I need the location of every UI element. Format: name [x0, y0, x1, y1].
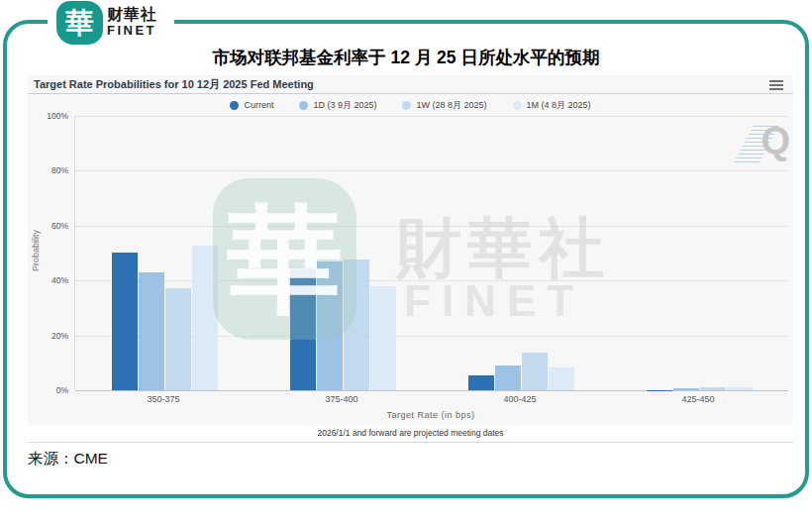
chart-footer: 2026/1/1 and forward are projected meeti… [28, 425, 793, 443]
bar-group-350-375 [75, 116, 254, 390]
y-axis-title: Probability [31, 216, 41, 285]
bar-1w-375-400 [344, 260, 369, 390]
bar-cluster [468, 116, 574, 390]
y-tick-label: 0% [29, 385, 68, 395]
bar-1d-400-425 [495, 365, 521, 390]
bar-1m-350-375 [192, 246, 218, 390]
legend-label: Current [244, 100, 273, 110]
bar-current-400-425 [468, 375, 494, 390]
legend-item-1w[interactable]: 1W (28 8月 2025) [402, 99, 486, 112]
bar-1m-375-400 [370, 286, 396, 390]
chart-menu-icon[interactable] [769, 80, 783, 91]
x-category-label-375-400: 375-400 [253, 394, 431, 404]
x-axis-title: Target Rate (in bps) [74, 410, 787, 420]
legend-label: 1W (28 8月 2025) [416, 99, 486, 112]
bar-current-350-375 [112, 253, 138, 390]
bar-cluster [112, 116, 218, 390]
brand-name-cn: 财華社 [107, 7, 157, 24]
finet-logo-glyph: 華 [65, 9, 94, 38]
legend-item-1m[interactable]: 1M (4 8月 2025) [513, 99, 591, 112]
legend-item-current[interactable]: Current [230, 100, 273, 110]
x-category-label-350-375: 350-375 [74, 394, 253, 404]
y-tick-label: 20% [29, 331, 68, 341]
bar-group-375-400 [254, 116, 432, 390]
bar-cluster [290, 116, 396, 390]
legend-dot [402, 101, 411, 110]
x-category-label-425-450: 425-450 [609, 394, 787, 404]
y-tick-label: 80% [29, 165, 68, 175]
legend-label: 1D (3 9月 2025) [313, 99, 376, 112]
bar-1w-400-425 [522, 353, 548, 390]
bar-1m-425-450 [727, 387, 753, 390]
bar-1m-400-425 [549, 367, 574, 390]
bar-current-375-400 [290, 269, 316, 390]
finet-logo: 華 [56, 1, 103, 45]
plot-area [74, 116, 788, 390]
brand-wordmark: 财華社 FINET [107, 7, 157, 37]
bar-1w-425-450 [700, 387, 726, 390]
bar-1d-425-450 [673, 388, 699, 390]
legend-dot [513, 101, 522, 110]
legend-label: 1M (4 8月 2025) [527, 99, 591, 112]
page: 華 财華社 FINET 市场对联邦基金利率于 12 月 25 日所处水平的预期 … [0, 0, 812, 522]
chart-footnote: 2026/1/1 and forward are projected meeti… [28, 425, 793, 441]
brand-name-en: FINET [107, 24, 157, 38]
legend-dot [230, 101, 239, 110]
bar-group-400-425 [432, 116, 610, 390]
chart-legend: Current1D (3 9月 2025)1W (28 8月 2025)1M (… [28, 98, 793, 112]
y-tick-label: 100% [29, 111, 68, 121]
bar-cluster [647, 116, 753, 390]
bars-row [75, 116, 788, 390]
legend-dot [299, 101, 308, 110]
source-label: 来源：CME [28, 449, 108, 470]
legend-item-1d[interactable]: 1D (3 9月 2025) [299, 99, 376, 112]
gridline-0 [75, 390, 788, 391]
x-categories: 350-375375-400400-425425-450 [74, 394, 787, 404]
chart-card: Target Rate Probabilities for 10 12月 202… [28, 75, 793, 443]
bar-group-425-450 [610, 116, 788, 390]
bar-1w-350-375 [165, 288, 191, 390]
chart-title: Target Rate Probabilities for 10 12月 202… [28, 75, 793, 94]
page-title: 市场对联邦基金利率于 12 月 25 日所处水平的预期 [0, 46, 812, 69]
bar-1d-350-375 [139, 272, 164, 390]
bar-1d-375-400 [317, 261, 343, 390]
x-category-label-400-425: 400-425 [431, 394, 609, 404]
